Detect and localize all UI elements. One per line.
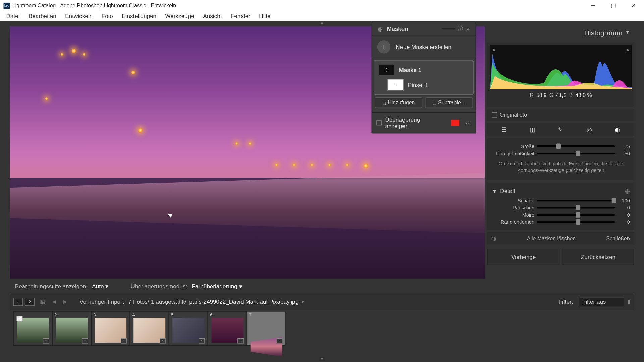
overlay-checkbox[interactable] [376,120,382,126]
masks-panel: ◉ Masken ⓘ » + Neue Maske erstellen ◌ Ma… [372,22,476,133]
more-icon[interactable]: ⋯ [465,120,471,126]
sliders-icon[interactable]: ☰ [500,126,508,133]
grain-size-label: Größe [492,144,534,149]
mask-icon[interactable]: ◐ [613,126,622,133]
mask-subtract-button[interactable]: ▢ Subtrahie... [425,97,473,108]
delete-masks-button[interactable]: Alle Masken löschen [527,235,576,241]
chevron-down-icon[interactable]: ▾ [301,298,304,305]
menu-hilfe[interactable]: Hilfe [256,12,274,20]
grain-info-text: Größe und Rauheit sind globale Einstellu… [492,158,630,176]
filter-label: Filter: [559,298,573,305]
collapse-top-icon[interactable]: ▼ [320,21,324,26]
menu-ansicht[interactable]: Ansicht [200,12,225,20]
menu-datei[interactable]: Datei [3,12,23,20]
edit-pins-label: Bearbeitungsstifte anzeigen: [15,283,88,290]
histogram-plot[interactable]: ▲ ▲ [490,45,632,89]
original-label: Originalfoto [500,112,527,118]
menu-foto[interactable]: Foto [98,12,116,20]
histogram-title[interactable]: Histogramm [584,29,623,37]
previous-button[interactable]: Vorherige [487,249,559,265]
workspace: ▼ [0,21,644,362]
overlay-color-swatch[interactable] [451,120,459,126]
app-icon: Lrc [4,2,10,8]
info-icon[interactable]: ⓘ [458,25,463,33]
window-title: Lightroom Catalog - Adobe Photoshop Ligh… [12,2,176,8]
eye-icon[interactable]: ◉ [625,188,630,194]
filmstrip-item[interactable]: 6▫ [208,311,247,346]
rgb-g-value: 41,2 [556,92,567,98]
menubar: Datei Bearbeiten Entwickeln Foto Einstel… [0,11,644,21]
chevron-down-icon[interactable]: ▼ [492,188,497,194]
maximize-button[interactable]: ▢ [603,0,624,11]
second-window-icon[interactable]: 2 [25,298,35,306]
rgb-b-label: B [569,92,573,98]
filter-lock-icon[interactable]: ▮ [628,298,631,305]
redeye-icon[interactable]: ◎ [585,126,593,133]
mask-thumb-icon: ◌ [379,64,394,75]
brush-name: Pinsel 1 [408,81,428,88]
sharp-label: Schärfe [492,198,534,203]
edit-pins-dropdown[interactable]: Auto ▾ [92,283,108,290]
chevron-down-icon[interactable]: ▼ [625,29,630,37]
plus-icon: + [377,40,391,54]
menu-werkzeuge[interactable]: Werkzeuge [162,12,198,20]
collapse-icon[interactable]: » [466,26,469,32]
rgb-g-label: G [549,92,553,98]
close-mask-button[interactable]: Schließen [606,235,630,241]
heal-icon[interactable]: ✎ [557,126,565,133]
menu-einstellungen[interactable]: Einstellungen [118,12,160,20]
detail-title: Detail [500,188,515,194]
moire-value: 0 [618,212,630,218]
filter-dropdown[interactable]: Filter aus [578,297,624,306]
source-label[interactable]: Vorheriger Import [79,298,124,305]
overlay-mode-dropdown[interactable]: Farbüberlagerung ▾ [192,283,242,290]
histogram-box: ▲ ▲ R 58,9 G 41,2 B 43,0 % [487,43,634,107]
sharp-value: 100 [618,198,630,203]
toggle-icon[interactable]: ◑ [492,235,496,241]
menu-entwickeln[interactable]: Entwickeln [62,12,96,20]
moire-label: Moiré [492,212,534,218]
filmstrip: 2▫2▫3▫4▫5▫6▫7▫ [10,309,634,349]
mask-add-button[interactable]: ▢ Hinzufügen [375,97,422,108]
grain-rough-label: Unregelmäßigkeit [492,151,534,156]
selected-label: 1 ausgewählt/ [151,298,186,305]
overlay-label: Überlagerung anzeigen [385,116,444,130]
filmstrip-item[interactable]: 2▫ [13,311,52,346]
defringe-label: Rand entfernen [492,219,534,225]
nav-fwd-icon[interactable]: ► [62,298,68,305]
grain-rough-slider[interactable] [537,153,615,154]
original-checkbox[interactable] [492,112,497,118]
filmstrip-item[interactable]: 3▫ [91,311,130,346]
new-mask-button[interactable]: + Neue Maske erstellen [372,36,476,58]
eye-icon[interactable]: ◉ [378,26,382,32]
filmstrip-item[interactable]: 4▫ [130,311,169,346]
moire-slider[interactable] [537,214,615,216]
defringe-slider[interactable] [537,221,615,223]
count-label: 7 Fotos/ [128,298,149,305]
close-button[interactable]: ✕ [624,0,644,11]
filmstrip-item[interactable]: 7▫ [247,311,286,346]
filmstrip-header: 1 2 ▦ ◄ ► Vorheriger Import 7 Fotos/ 1 a… [10,294,634,309]
overlay-mode-label: Überlagerungsmodus: [131,283,187,290]
tool-strip: ☰ ◫ ✎ ◎ ◐ [487,123,634,136]
menu-bearbeiten[interactable]: Bearbeiten [25,12,60,20]
panel-grip-icon[interactable] [442,28,456,29]
defringe-value: 0 [618,219,630,225]
new-mask-label: Neue Maske erstellen [396,44,451,50]
sharp-slider[interactable] [537,200,615,201]
grid-view-icon[interactable]: ▦ [40,298,45,305]
titlebar: Lrc Lightroom Catalog - Adobe Photoshop … [0,0,644,11]
filmstrip-item[interactable]: 5▫ [169,311,208,346]
nav-back-icon[interactable]: ◄ [51,298,57,305]
filename-label: paris-2499022_David Mark auf Pixabay.jpg [189,298,299,305]
noise-slider[interactable] [537,207,615,208]
reset-button[interactable]: Zurücksetzen [562,249,634,265]
collapse-bottom-icon[interactable]: ▼ [320,356,324,361]
main-window-icon[interactable]: 1 [13,298,23,306]
menu-fenster[interactable]: Fenster [227,12,254,20]
grain-size-slider[interactable] [537,145,615,147]
crop-icon[interactable]: ◫ [529,126,537,133]
mask-item[interactable]: ◌ Maske 1 ✎ Pinsel 1 [374,60,474,95]
minimize-button[interactable]: ─ [583,0,603,11]
filmstrip-item[interactable]: 2▫ [52,311,91,346]
